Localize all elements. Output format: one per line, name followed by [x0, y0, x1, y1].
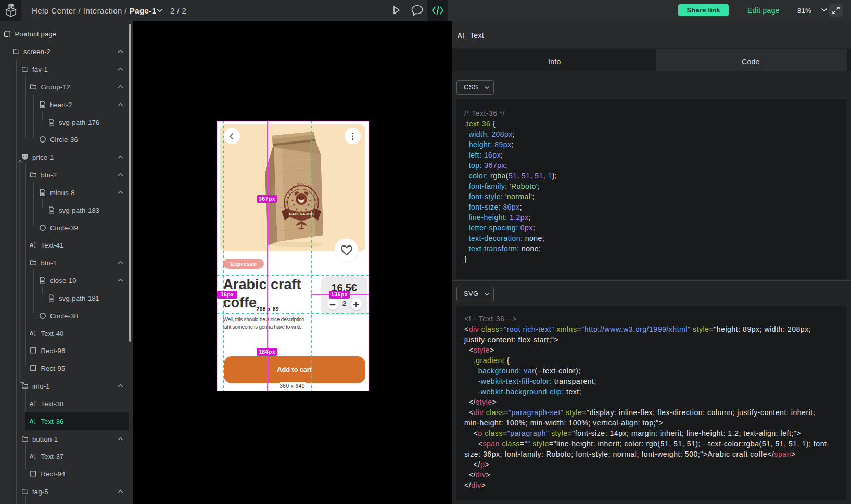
- svg-text:R: R: [300, 182, 303, 186]
- svg-text:O: O: [283, 204, 287, 207]
- svg-text:A: A: [30, 453, 34, 459]
- svg-text:A: A: [458, 32, 463, 40]
- svg-text:A: A: [30, 242, 34, 249]
- svg-text:O: O: [315, 202, 319, 205]
- svg-text:A: A: [30, 330, 34, 337]
- svg-text:A: A: [30, 400, 34, 407]
- svg-text:A: A: [30, 418, 34, 424]
- svg-text:F: F: [315, 206, 319, 209]
- svg-text:HAND MADE: HAND MADE: [296, 218, 306, 221]
